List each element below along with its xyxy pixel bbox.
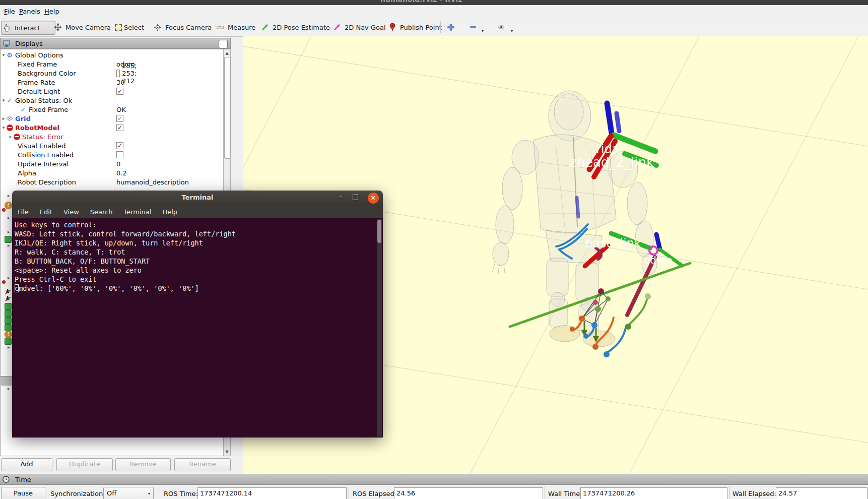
app-titlebar: humanoid.rviz - RViz bbox=[0, 0, 868, 5]
tree-row-global-status[interactable]: ▾ ✓ Global Status: Ok bbox=[1, 96, 72, 105]
ros-elapsed-label: ROS Elapsed: bbox=[353, 490, 396, 497]
error-icon bbox=[13, 133, 20, 140]
panel-float-button[interactable] bbox=[219, 40, 228, 48]
ros-time-field[interactable]: 1737471200.14 bbox=[197, 487, 347, 499]
rename-button[interactable]: Rename bbox=[174, 458, 231, 471]
expander-closed-icon[interactable]: ▸ bbox=[8, 243, 10, 248]
terminal-scrollbar-thumb[interactable] bbox=[377, 220, 381, 243]
minimize-button[interactable]: – bbox=[336, 193, 346, 203]
grid-checkbox[interactable]: ✓ bbox=[116, 115, 123, 122]
scrollbar-thumb[interactable] bbox=[224, 57, 231, 159]
grid-icon bbox=[6, 115, 13, 122]
views-button[interactable]: ▾ bbox=[498, 21, 507, 34]
terminal-menu-edit[interactable]: Edit bbox=[34, 208, 58, 216]
scroll-down-icon[interactable]: ▼ bbox=[224, 449, 230, 455]
wall-elapsed-field[interactable]: 24.57 bbox=[776, 487, 867, 499]
measure-tool[interactable]: Measure bbox=[217, 21, 255, 34]
expander-closed-icon[interactable]: ▸ bbox=[8, 229, 10, 234]
menu-help[interactable]: Help bbox=[41, 7, 62, 16]
terminal-menu-help[interactable]: Help bbox=[157, 208, 183, 216]
frame-label-ridar: ridar bbox=[596, 142, 624, 156]
default-light-checkbox[interactable]: ✓ bbox=[116, 88, 123, 95]
scroll-up-icon[interactable]: ▲ bbox=[224, 50, 230, 56]
expander-open-icon[interactable]: ▾ bbox=[1, 125, 6, 130]
frame-rate-value[interactable]: 30 bbox=[116, 79, 125, 86]
tree-row-alpha[interactable]: Alpha 0.2 bbox=[1, 168, 36, 177]
terminal-output[interactable]: Use keys to control: WASD: Left stick, c… bbox=[12, 218, 383, 438]
tree-row-visual-enabled[interactable]: Visual Enabled ✓ bbox=[1, 141, 65, 150]
expander-closed-icon[interactable]: ▸ bbox=[8, 193, 10, 198]
wall-time-field[interactable]: 1737471200.26 bbox=[580, 487, 727, 499]
color-swatch[interactable] bbox=[116, 70, 120, 77]
ros-time-label: ROS Time: bbox=[164, 490, 198, 497]
select-tool[interactable]: Select bbox=[115, 21, 144, 34]
pose-estimate-tool[interactable]: 2D Pose Estimate bbox=[261, 21, 330, 34]
duplicate-button[interactable]: Duplicate bbox=[56, 458, 113, 471]
minus-icon bbox=[470, 24, 477, 31]
tree-row-default-light[interactable]: Default Light ✓ bbox=[1, 87, 60, 96]
expander-closed-icon[interactable]: ▸ bbox=[8, 134, 13, 139]
menu-panels[interactable]: Panels bbox=[16, 7, 43, 16]
terminal-menu-terminal[interactable]: Terminal bbox=[118, 208, 157, 216]
terminal-scrollbar[interactable] bbox=[377, 219, 382, 436]
time-panel-header[interactable]: Time bbox=[0, 474, 868, 485]
remove-tool-button[interactable]: ▾ bbox=[470, 21, 479, 34]
expander-open-icon[interactable]: ▾ bbox=[1, 52, 6, 57]
collision-enabled-checkbox[interactable]: ✓ bbox=[116, 151, 123, 158]
remove-button[interactable]: Remove bbox=[115, 458, 171, 471]
tree-row-frame-rate[interactable]: Frame Rate 30 bbox=[1, 78, 55, 87]
expander-closed-icon[interactable]: ▸ bbox=[8, 345, 10, 350]
update-interval-value[interactable]: 0 bbox=[116, 160, 120, 168]
focus-camera-tool[interactable]: Focus Camera bbox=[154, 21, 212, 34]
maximize-button[interactable] bbox=[353, 195, 358, 200]
publish-point-tool[interactable]: Publish Point bbox=[389, 21, 442, 34]
interact-tool-button[interactable]: Interact bbox=[1, 21, 55, 35]
check-icon: ✓ bbox=[6, 97, 13, 104]
pause-button[interactable]: Pause bbox=[1, 487, 45, 499]
visual-enabled-checkbox[interactable]: ✓ bbox=[116, 142, 123, 149]
ros-elapsed-field[interactable]: 24.56 bbox=[394, 487, 543, 499]
expander-closed-icon[interactable]: ▸ bbox=[8, 275, 10, 280]
tree-row-robot-description[interactable]: Robot Description humanoid_description bbox=[1, 177, 76, 186]
tree-row-fixed-frame[interactable]: Fixed Frame odom bbox=[1, 59, 57, 69]
sync-dropdown[interactable]: Off ▾ bbox=[103, 487, 154, 499]
expander-open-icon[interactable]: ▾ bbox=[1, 98, 6, 103]
add-tool-button[interactable] bbox=[447, 21, 456, 34]
tree-row-grid[interactable]: ▸ Grid ✓ bbox=[1, 114, 31, 123]
close-button[interactable]: ✕ bbox=[368, 193, 379, 204]
terminal-menu-view[interactable]: View bbox=[58, 208, 85, 216]
marker-display-icon bbox=[5, 338, 12, 345]
check-icon: ✓ bbox=[20, 106, 27, 113]
tree-row-collision-enabled[interactable]: Collision Enabled ✓ bbox=[1, 150, 74, 159]
frame-label-base-link: base_link bbox=[585, 236, 641, 251]
alpha-value[interactable]: 0.2 bbox=[116, 169, 127, 177]
displays-panel-icon bbox=[3, 40, 10, 47]
expander-closed-icon[interactable]: ▸ bbox=[1, 116, 6, 121]
robot-description-value[interactable]: humanoid_description bbox=[116, 178, 189, 186]
menu-file[interactable]: File bbox=[1, 7, 18, 16]
terminal-titlebar[interactable]: Terminal – ✕ bbox=[12, 191, 383, 206]
expander-closed-icon[interactable]: ▸ bbox=[8, 215, 10, 220]
tree-row-robotmodel[interactable]: ▾ RobotModel ✓ bbox=[1, 123, 59, 132]
terminal-menu-file[interactable]: File bbox=[12, 208, 34, 216]
nav-goal-tool[interactable]: 2D Nav Goal bbox=[333, 21, 386, 34]
expander-closed-icon[interactable]: ▸ bbox=[8, 386, 10, 391]
terminal-window[interactable]: Terminal – ✕ File Edit View Search Termi… bbox=[12, 191, 383, 438]
wall-time-label: Wall Time: bbox=[548, 490, 582, 497]
add-button[interactable]: Add bbox=[1, 458, 52, 471]
displays-panel-header[interactable]: Displays bbox=[0, 38, 231, 49]
terminal-line: Press Ctrl-C to exit bbox=[15, 275, 97, 283]
tree-row-global-options[interactable]: ▾ ⚙ Global Options bbox=[1, 50, 63, 59]
robotmodel-checkbox[interactable]: ✓ bbox=[116, 124, 123, 131]
time-controls: Pause Synchronization: Off ▾ ROS Time: 1… bbox=[0, 485, 868, 499]
tree-row-status-error[interactable]: ▸ Status: Error bbox=[1, 132, 63, 141]
move-camera-tool[interactable]: Move Camera bbox=[54, 21, 111, 34]
terminal-line: Use keys to control: bbox=[15, 221, 97, 229]
terminal-menu-search[interactable]: Search bbox=[85, 208, 118, 216]
tree-column-separator[interactable] bbox=[114, 49, 114, 191]
wall-elapsed-label: Wall Elapsed: bbox=[732, 490, 776, 497]
tree-row-update-interval[interactable]: Update Interval 0 bbox=[1, 159, 69, 168]
tree-row-fixed-frame-status[interactable]: ✓ Fixed Frame OK bbox=[1, 105, 68, 114]
chevron-down-icon: ▾ bbox=[511, 29, 513, 33]
tree-row-background-color[interactable]: Background Color 255; 253; 212 bbox=[1, 69, 76, 78]
